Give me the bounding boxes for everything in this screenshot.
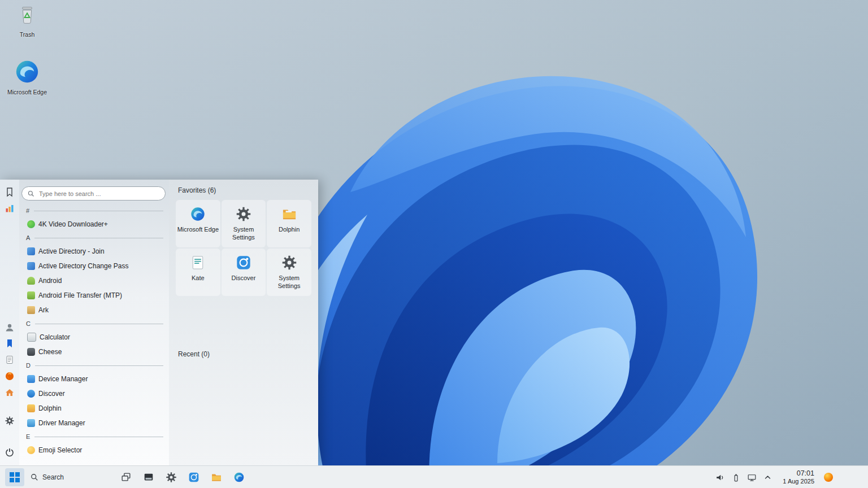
app-item[interactable]: 4K Video Downloader+: [21, 217, 166, 232]
section-header[interactable]: C: [21, 317, 166, 330]
search-input[interactable]: [38, 190, 159, 198]
app-item-label: Emoji Selector: [38, 446, 82, 454]
clock-time: 07:01: [783, 469, 814, 478]
gear-icon: [281, 255, 297, 271]
start-menu-app-list-panel: # 4K Video Downloader+ A Active Director…: [19, 180, 169, 465]
favorite-tile-discover[interactable]: Discover: [222, 249, 266, 296]
app-list: # 4K Video Downloader+ A Active Director…: [21, 204, 166, 457]
favorite-tile-edge[interactable]: Microsoft Edge: [176, 200, 220, 247]
home-icon[interactable]: [4, 387, 15, 398]
favorite-tile-system-settings[interactable]: System Settings: [267, 249, 311, 296]
system-tray: 07:01 1 Aug 2025: [715, 466, 868, 488]
app-item-label: Calculator: [40, 333, 70, 341]
app-item-label: 4K Video Downloader+: [38, 220, 108, 228]
desktop-icon-trash[interactable]: Trash: [3, 5, 51, 38]
edge-icon: [3, 59, 51, 87]
cheese-icon: [27, 348, 35, 356]
virtual-desktop-icon[interactable]: [139, 468, 158, 486]
app-item[interactable]: Calculator: [21, 330, 166, 345]
4k-video-downloader-icon: [27, 220, 35, 228]
tray-app-icon[interactable]: [824, 473, 833, 482]
gear-icon: [236, 206, 251, 222]
taskbar-pinned-apps: [115, 468, 250, 486]
driver-manager-icon: [27, 419, 35, 427]
volume-icon[interactable]: [715, 472, 726, 483]
app-item[interactable]: Cheese: [21, 345, 166, 359]
system-settings-icon[interactable]: [162, 468, 181, 486]
settings-icon[interactable]: [4, 415, 15, 426]
favorites-title: Favorites (6): [178, 186, 311, 194]
start-menu-search[interactable]: [21, 186, 166, 201]
power-icon[interactable]: [4, 447, 15, 458]
app-item[interactable]: Active Directory Change Pass: [21, 259, 166, 273]
network-icon[interactable]: [747, 472, 757, 483]
section-header[interactable]: #: [21, 204, 166, 217]
calculator-icon: [27, 333, 36, 342]
start-menu-favorites-panel: Favorites (6) Microsoft Edge System Sett…: [169, 180, 318, 465]
app-item[interactable]: Dolphin: [21, 401, 166, 416]
app-item[interactable]: Discover: [21, 386, 166, 401]
app-item[interactable]: Android: [21, 273, 166, 288]
app-item-label: Active Directory Change Pass: [38, 262, 128, 270]
app-item-label: Active Directory - Join: [38, 247, 105, 255]
favorite-tile-system-settings[interactable]: System Settings: [222, 200, 266, 247]
section-letter: A: [26, 234, 30, 241]
desktop-icon-label: Trash: [3, 31, 51, 38]
section-header[interactable]: E: [21, 430, 166, 443]
app-item[interactable]: Device Manager: [21, 372, 166, 386]
app-item-label: Ark: [38, 306, 49, 314]
android-icon: [27, 277, 35, 285]
taskbar: Search: [0, 465, 868, 488]
trash-icon: [3, 5, 51, 29]
discover-icon: [236, 255, 251, 271]
search-icon: [28, 190, 34, 197]
desktop-icon-label: Microsoft Edge: [3, 89, 51, 95]
favorite-tile-label: Kate: [192, 274, 205, 282]
android-file-transfer-icon: [27, 291, 35, 299]
dolphin-icon[interactable]: [207, 468, 226, 486]
start-menu: # 4K Video Downloader+ A Active Director…: [0, 180, 318, 465]
firefox-icon[interactable]: [4, 371, 15, 382]
chevron-up-icon[interactable]: [762, 472, 773, 483]
active-directory-icon: [27, 262, 35, 270]
edge-icon[interactable]: [229, 468, 249, 486]
windows-logo-icon: [10, 472, 20, 482]
app-item[interactable]: Ark: [21, 303, 166, 317]
stats-icon[interactable]: [4, 203, 15, 214]
favorite-tile-label: System Settings: [268, 274, 310, 290]
section-header[interactable]: D: [21, 359, 166, 372]
battery-icon[interactable]: [731, 472, 741, 483]
taskbar-search[interactable]: Search: [31, 473, 64, 481]
pinned-icon[interactable]: [4, 338, 15, 349]
app-item[interactable]: Active Directory - Join: [21, 244, 166, 259]
desktop-icon-edge[interactable]: Microsoft Edge: [3, 59, 51, 95]
app-item-label: Discover: [38, 390, 65, 398]
active-directory-icon: [27, 247, 35, 255]
device-manager-icon: [27, 375, 35, 383]
discover-icon[interactable]: [184, 468, 203, 486]
favorite-tile-kate[interactable]: Kate: [176, 249, 220, 296]
bookmark-icon[interactable]: [4, 186, 15, 198]
app-item[interactable]: Driver Manager: [21, 416, 166, 430]
app-item[interactable]: Emoji Selector: [21, 443, 166, 457]
section-letter: D: [26, 362, 31, 369]
user-icon[interactable]: [4, 322, 15, 333]
ark-icon: [27, 306, 35, 314]
favorite-tile-label: Microsoft Edge: [177, 226, 219, 234]
app-item[interactable]: Android File Transfer (MTP): [21, 288, 166, 303]
dolphin-icon: [281, 206, 297, 222]
recent-title: Recent (0): [178, 350, 311, 358]
notes-icon[interactable]: [4, 354, 15, 365]
section-letter: C: [26, 320, 31, 327]
section-header[interactable]: A: [21, 232, 166, 244]
app-item-label: Device Manager: [38, 375, 88, 383]
favorite-tile-dolphin[interactable]: Dolphin: [267, 200, 311, 247]
taskbar-clock[interactable]: 07:01 1 Aug 2025: [783, 469, 814, 485]
dolphin-icon: [27, 404, 35, 412]
emoji-selector-icon: [27, 446, 35, 454]
section-letter: E: [26, 433, 30, 440]
taskbar-search-label: Search: [42, 473, 64, 481]
start-button[interactable]: [5, 468, 24, 486]
task-view-icon[interactable]: [116, 468, 136, 486]
edge-icon: [190, 206, 206, 222]
